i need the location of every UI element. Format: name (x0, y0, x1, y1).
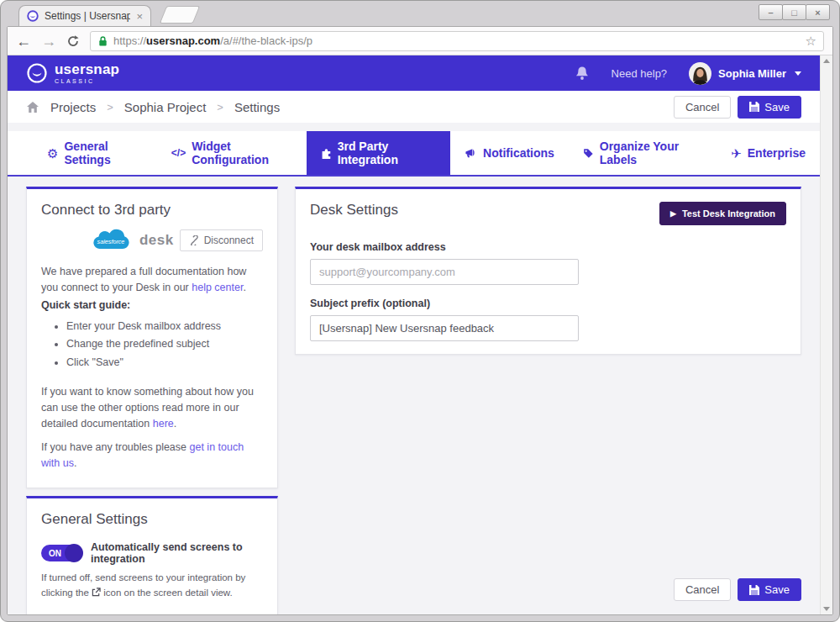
save-button-label: Save (764, 101, 790, 113)
save-button-bottom[interactable]: Save (738, 578, 801, 601)
url-scheme: https:// (113, 34, 146, 47)
connect-3rd-party-card: Connect to 3rd party salesforce desk (26, 187, 278, 488)
url-bar[interactable]: https://usersnap.com/a/#/the-black-ips/p… (90, 31, 824, 51)
usersnap-logo[interactable]: usersnap CLASSIC (26, 62, 119, 84)
quick-start-item: Click "Save" (66, 354, 263, 372)
cancel-button-bottom[interactable]: Cancel (674, 578, 731, 601)
breadcrumb-separator: > (107, 101, 113, 113)
tab-enterprise[interactable]: ✈ Enterprise (717, 131, 820, 175)
gear-icon: ⚙ (47, 147, 58, 160)
back-icon[interactable]: ← (16, 34, 31, 49)
new-tab-button[interactable] (160, 6, 200, 24)
notification-bell-icon[interactable] (575, 66, 590, 82)
auto-send-label: Automatically send screens to integratio… (91, 541, 263, 565)
chevron-down-icon (795, 71, 801, 76)
need-help-link[interactable]: Need help? (612, 67, 668, 80)
maximize-button[interactable]: □ (782, 4, 806, 20)
quick-start-title: Quick start guide: (41, 299, 263, 311)
usersnap-logo-icon (26, 62, 48, 84)
breadcrumb-bar: Projects > Sophia Project > Settings Can… (8, 91, 820, 123)
usersnap-favicon-icon (27, 10, 39, 22)
general-settings-title: General Settings (41, 511, 263, 528)
code-icon: </> (171, 148, 186, 158)
puzzle-icon (321, 147, 332, 160)
floppy-save-icon (749, 585, 759, 595)
scroll-down-icon[interactable] (823, 607, 830, 611)
desk-settings-card: Desk Settings ▶ Test Desk Integration Yo… (295, 187, 801, 355)
user-menu[interactable]: Sophia Miller (689, 62, 801, 85)
window-controls: – □ × (759, 4, 830, 20)
browser-chrome: ← → https://usersnap.com/a/#/the-black-i… (7, 26, 833, 615)
salesforce-logo: salesforce (85, 229, 134, 252)
floppy-save-icon (749, 102, 759, 112)
home-icon[interactable] (26, 101, 39, 113)
here-link[interactable]: here (153, 418, 174, 430)
tab-label: 3rd Party Integration (338, 140, 436, 166)
auto-send-description: If turned off, send screens to your inte… (41, 571, 263, 601)
url-domain: usersnap.com (146, 34, 220, 47)
unlink-icon (189, 235, 199, 245)
tab-organize-your-labels[interactable]: Organize Your Labels (569, 131, 717, 175)
logo-subtext: CLASSIC (55, 78, 119, 84)
troubles-text: If you have any troubles please get in t… (41, 440, 263, 472)
disconnect-label: Disconnect (204, 235, 254, 246)
mailbox-address-input[interactable] (310, 259, 579, 285)
save-button-top[interactable]: Save (738, 96, 801, 119)
toggle-state-label: ON (49, 549, 61, 558)
auto-send-toggle[interactable]: ON (41, 545, 81, 561)
browser-tab-strip: Settings | Usersnap × – □ × (7, 1, 833, 26)
mailbox-address-label: Your desk mailbox address (310, 241, 786, 253)
url-path: /a/#/the-black-ips/p (220, 34, 312, 47)
save-button-label: Save (764, 583, 790, 596)
tab-general-settings[interactable]: ⚙ General Settings (33, 131, 157, 175)
plane-icon: ✈ (731, 147, 742, 160)
tag-icon (583, 147, 594, 160)
tab-notifications[interactable]: Notifications (450, 131, 569, 175)
salesforce-wordmark: salesforce (97, 238, 124, 245)
desk-wordmark: desk (139, 232, 174, 249)
breadcrumb-item-project[interactable]: Sophia Project (124, 100, 207, 114)
page-main: usersnap CLASSIC Need help? (8, 55, 820, 614)
test-button-label: Test Desk Integration (682, 208, 775, 219)
secure-lock-icon (97, 35, 108, 47)
user-name: Sophia Miller (718, 67, 786, 80)
forward-icon[interactable]: → (41, 34, 56, 49)
tab-label: Notifications (483, 146, 554, 160)
avatar (689, 62, 711, 85)
cancel-button-top[interactable]: Cancel (674, 96, 731, 119)
settings-tabs: ⚙ General Settings </> Widget Configurat… (8, 131, 820, 177)
tab-label: Organize Your Labels (600, 140, 702, 166)
tab-3rd-party-integration[interactable]: 3rd Party Integration (307, 131, 450, 175)
browser-window: Settings | Usersnap × – □ × ← → (0, 0, 840, 622)
scroll-up-icon[interactable] (823, 59, 830, 63)
browser-tab[interactable]: Settings | Usersnap × (18, 5, 151, 26)
app-header: usersnap CLASSIC Need help? (8, 55, 820, 91)
tab-label: Widget Configuration (192, 140, 292, 166)
browser-navbar: ← → https://usersnap.com/a/#/the-black-i… (8, 27, 832, 55)
breadcrumb-item-settings: Settings (234, 100, 280, 114)
test-desk-integration-button[interactable]: ▶ Test Desk Integration (659, 202, 786, 225)
logo-text: usersnap (55, 62, 119, 76)
megaphone-icon (465, 147, 477, 159)
quick-start-item: Change the predefined subject (66, 335, 263, 354)
minimize-button[interactable]: – (759, 4, 783, 20)
disconnect-button[interactable]: Disconnect (180, 229, 263, 251)
bookmark-star-icon[interactable]: ☆ (806, 34, 816, 49)
refresh-icon[interactable] (66, 34, 80, 48)
quick-start-item: Enter your Desk mailbox address (66, 318, 263, 336)
breadcrumb-item-projects[interactable]: Projects (50, 100, 96, 114)
page-scrollbar[interactable] (820, 55, 832, 614)
subject-prefix-input[interactable] (310, 315, 579, 341)
help-center-link[interactable]: help center (192, 282, 243, 293)
close-button[interactable]: × (806, 4, 830, 20)
connect-card-title: Connect to 3rd party (41, 202, 263, 219)
send-to-integration-icon (92, 588, 101, 597)
play-icon: ▶ (670, 209, 676, 218)
quick-start-list: Enter your Desk mailbox address Change t… (66, 318, 263, 373)
tab-widget-configuration[interactable]: </> Widget Configuration (157, 131, 307, 175)
tab-close-icon[interactable]: × (136, 11, 143, 22)
footer-actions: Cancel Save (674, 578, 801, 601)
more-documentation-text: If you want to know something about how … (41, 384, 263, 431)
subject-prefix-label: Subject prefix (optional) (310, 298, 786, 309)
tab-label: General Settings (64, 140, 142, 166)
